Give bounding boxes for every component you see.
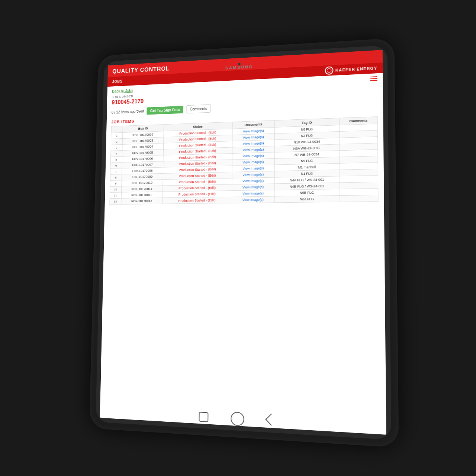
col-num [111, 126, 123, 133]
view-images-link[interactable]: View Image(s) [242, 198, 264, 202]
row-number: 7 [110, 168, 122, 175]
status-link[interactable]: Production Started - (Edit) [179, 167, 216, 172]
tablet-device: SAMSUNG QUALITY CONTROL JOBS KAEFER ENER… [89, 38, 399, 448]
row-number: 11 [110, 192, 121, 199]
comments-cell [340, 189, 378, 196]
row-number: 2 [111, 138, 122, 145]
box-id-cell: FCF-10170011 [121, 186, 163, 192]
box-id-cell: FCF-10170010 [121, 180, 163, 186]
view-images-link[interactable]: View Image(s) [242, 192, 264, 196]
view-images-link[interactable]: View Image(s) [243, 135, 264, 140]
comments-button[interactable]: Comments [186, 104, 211, 113]
row-number: 5 [110, 156, 122, 163]
kaefer-name: KAEFER ENERGY [335, 66, 377, 73]
row-number: 8 [110, 174, 122, 181]
items-table: Box ID Status Documents Tag ID Comments … [109, 116, 378, 205]
hamburger-line-1 [370, 76, 377, 77]
hamburger-line-2 [370, 78, 377, 79]
comments-cell [340, 163, 378, 170]
row-number: 4 [111, 150, 122, 157]
box-id-cell: FCF-10170012 [121, 192, 163, 198]
comments-cell [340, 182, 378, 189]
view-images-link[interactable]: View Image(s) [242, 185, 264, 189]
view-images-link[interactable]: View Image(s) [243, 148, 264, 152]
nav-home-button[interactable] [231, 412, 244, 427]
view-images-link[interactable]: View Image(s) [243, 129, 264, 134]
row-number: 9 [110, 180, 122, 187]
comments-cell [340, 169, 378, 176]
back-to-jobs-link[interactable]: Back to Jobs [112, 88, 133, 93]
content-area: Back to Jobs JOB NUMBER 910045-2179 0 / … [100, 73, 386, 435]
hamburger-line-3 [370, 80, 377, 81]
tag-id-cell: N6A FLG [274, 196, 340, 203]
status-link[interactable]: Production Started - (Edit) [179, 161, 216, 166]
documents-cell[interactable]: View Image(s) [232, 196, 274, 203]
nav-back-button[interactable] [265, 414, 277, 426]
box-id-cell: FCF-10170013 [121, 198, 163, 205]
status-link[interactable]: Production Started - (Edit) [178, 180, 216, 184]
documents-cell[interactable]: View Image(s) [232, 190, 274, 197]
view-images-link[interactable]: View Image(s) [242, 173, 264, 177]
row-number: 6 [110, 163, 122, 169]
tablet-inner: SAMSUNG QUALITY CONTROL JOBS KAEFER ENER… [96, 45, 391, 440]
row-number: 1 [111, 132, 123, 139]
status-link[interactable]: Production Started - (Edit) [178, 186, 216, 190]
status-link[interactable]: Production Started - (Edit) [178, 198, 216, 202]
kaefer-icon-inner [327, 68, 331, 73]
nav-recent-apps-button[interactable] [199, 412, 208, 422]
tag-id-cell: N6B FLG [274, 189, 340, 196]
approved-text: 0 / 12 items approved [112, 109, 144, 115]
row-number: 10 [110, 186, 122, 193]
comments-cell [340, 195, 378, 202]
status-link[interactable]: Production Started - (Edit) [178, 174, 216, 178]
status-link[interactable]: Production Started - (Edit) [179, 131, 216, 135]
documents-cell[interactable]: View Image(s) [232, 171, 274, 178]
kaefer-logo: KAEFER ENERGY [325, 64, 377, 75]
status-cell[interactable]: Production Started - (Edit) [163, 197, 232, 204]
row-number: 12 [110, 198, 121, 205]
get-tag-sign-button[interactable]: Get Tag Sign Data [147, 106, 183, 115]
hamburger-menu[interactable] [370, 76, 377, 81]
view-images-link[interactable]: View Image(s) [242, 166, 264, 170]
status-link[interactable]: Production Started - (Edit) [179, 155, 216, 160]
status-link[interactable]: Production Started - (Edit) [178, 192, 216, 196]
status-link[interactable]: Production Started - (Edit) [179, 137, 216, 142]
screen: QUALITY CONTROL JOBS KAEFER ENERGY Back … [100, 50, 386, 435]
kaefer-icon [325, 66, 334, 75]
row-number: 3 [111, 144, 122, 151]
documents-cell[interactable]: View Image(s) [232, 184, 275, 191]
status-link[interactable]: Production Started - (Edit) [179, 149, 216, 154]
jobs-label: JOBS [112, 79, 123, 84]
view-images-link[interactable]: View Image(s) [243, 141, 264, 145]
view-images-link[interactable]: View Image(s) [242, 160, 264, 164]
view-images-link[interactable]: View Image(s) [242, 179, 264, 183]
documents-cell[interactable]: View Image(s) [232, 177, 274, 184]
comments-cell [340, 176, 378, 183]
status-link[interactable]: Production Started - (Edit) [179, 143, 216, 148]
view-images-link[interactable]: View Image(s) [243, 154, 264, 158]
